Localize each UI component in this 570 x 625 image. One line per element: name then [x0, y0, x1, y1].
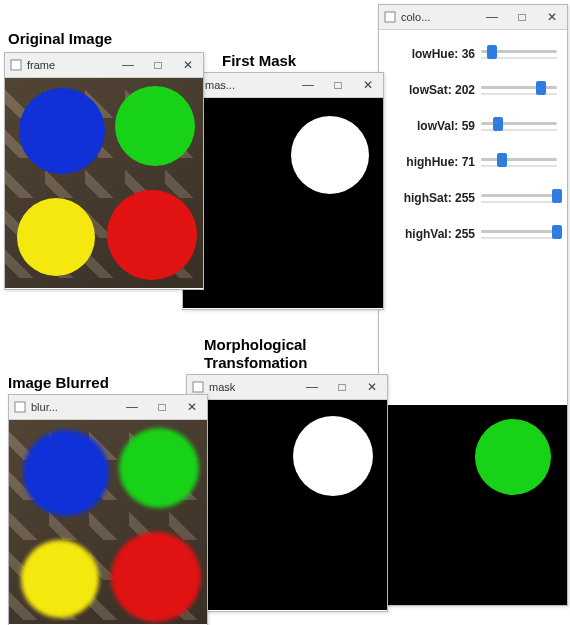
slider-row-highHue: highHue: 71 — [383, 146, 557, 178]
maximize-button[interactable]: □ — [323, 73, 353, 97]
close-button[interactable]: ✕ — [537, 5, 567, 29]
close-button[interactable]: ✕ — [353, 73, 383, 97]
app-icon — [383, 10, 397, 24]
mask1-white-circle — [291, 116, 369, 194]
mask1-image — [183, 98, 383, 308]
svg-rect-0 — [385, 12, 395, 22]
maximize-button[interactable]: □ — [327, 375, 357, 399]
blur-blue-circle — [23, 430, 109, 516]
slider-thumb-lowVal[interactable] — [493, 117, 503, 131]
maximize-button[interactable]: □ — [507, 5, 537, 29]
title-color: colo... — [401, 11, 434, 23]
close-button[interactable]: ✕ — [357, 375, 387, 399]
slider-row-lowSat: lowSat: 202 — [383, 74, 557, 106]
slider-thumb-lowSat[interactable] — [536, 81, 546, 95]
window-color-sliders: colo... — □ ✕ lowHue: 36lowSat: 202lowVa… — [378, 4, 568, 606]
title-frame: frame — [27, 59, 59, 71]
slider-thumb-highHue[interactable] — [497, 153, 507, 167]
svg-rect-2 — [11, 60, 21, 70]
blur-red-circle — [111, 532, 201, 622]
slider-track-lowSat[interactable] — [481, 80, 557, 100]
maximize-button[interactable]: □ — [147, 395, 177, 419]
titlebar-mask2[interactable]: mask — □ ✕ — [187, 375, 387, 400]
output-green-circle — [475, 419, 551, 495]
minimize-button[interactable]: — — [293, 73, 323, 97]
slider-label-lowHue: lowHue: 36 — [383, 47, 481, 61]
slider-label-lowVal: lowVal: 59 — [383, 119, 481, 133]
titlebar-mask1[interactable]: mas... — □ ✕ — [183, 73, 383, 98]
label-morph-1: Morphological — [204, 336, 307, 353]
window-morph-mask: mask — □ ✕ — [186, 374, 388, 612]
window-frame: frame — □ ✕ — [4, 52, 204, 290]
maximize-button[interactable]: □ — [143, 53, 173, 77]
slider-label-lowSat: lowSat: 202 — [383, 83, 481, 97]
title-blur: blur... — [31, 401, 62, 413]
frame-red-circle — [107, 190, 197, 280]
title-mask1: mas... — [205, 79, 239, 91]
slider-row-lowHue: lowHue: 36 — [383, 38, 557, 70]
slider-track-highVal[interactable] — [481, 224, 557, 244]
frame-green-circle — [115, 86, 195, 166]
sliders-panel: lowHue: 36lowSat: 202lowVal: 59highHue: … — [379, 30, 567, 262]
minimize-button[interactable]: — — [117, 395, 147, 419]
slider-track-lowVal[interactable] — [481, 116, 557, 136]
titlebar-blur[interactable]: blur... — □ ✕ — [9, 395, 207, 420]
slider-label-highSat: highSat: 255 — [383, 191, 481, 205]
svg-rect-4 — [15, 402, 25, 412]
slider-row-highVal: highVal: 255 — [383, 218, 557, 250]
slider-label-highHue: highHue: 71 — [383, 155, 481, 169]
final-output-image — [379, 405, 567, 605]
frame-image — [5, 78, 203, 288]
close-button[interactable]: ✕ — [173, 53, 203, 77]
slider-track-highSat[interactable] — [481, 188, 557, 208]
app-icon — [191, 380, 205, 394]
slider-label-highVal: highVal: 255 — [383, 227, 481, 241]
close-button[interactable]: ✕ — [177, 395, 207, 419]
titlebar-frame[interactable]: frame — □ ✕ — [5, 53, 203, 78]
label-first-mask: First Mask — [222, 52, 296, 69]
label-morph-2: Transfomation — [204, 354, 307, 371]
title-mask2: mask — [209, 381, 239, 393]
blur-yellow-circle — [21, 540, 99, 618]
slider-row-highSat: highSat: 255 — [383, 182, 557, 214]
blur-green-circle — [119, 428, 199, 508]
slider-thumb-lowHue[interactable] — [487, 45, 497, 59]
minimize-button[interactable]: — — [297, 375, 327, 399]
minimize-button[interactable]: — — [477, 5, 507, 29]
svg-rect-3 — [193, 382, 203, 392]
label-blurred: Image Blurred — [8, 374, 109, 391]
mask2-white-circle — [293, 416, 373, 496]
slider-track-highHue[interactable] — [481, 152, 557, 172]
window-first-mask: mas... — □ ✕ — [182, 72, 384, 310]
slider-thumb-highSat[interactable] — [552, 189, 562, 203]
titlebar-color[interactable]: colo... — □ ✕ — [379, 5, 567, 30]
slider-row-lowVal: lowVal: 59 — [383, 110, 557, 142]
frame-blue-circle — [19, 88, 105, 174]
app-icon — [13, 400, 27, 414]
slider-track-lowHue[interactable] — [481, 44, 557, 64]
app-icon — [9, 58, 23, 72]
window-blur: blur... — □ ✕ — [8, 394, 208, 625]
slider-thumb-highVal[interactable] — [552, 225, 562, 239]
minimize-button[interactable]: — — [113, 53, 143, 77]
label-original: Original Image — [8, 30, 112, 47]
blur-image — [9, 420, 207, 624]
frame-yellow-circle — [17, 198, 95, 276]
mask2-image — [187, 400, 387, 610]
